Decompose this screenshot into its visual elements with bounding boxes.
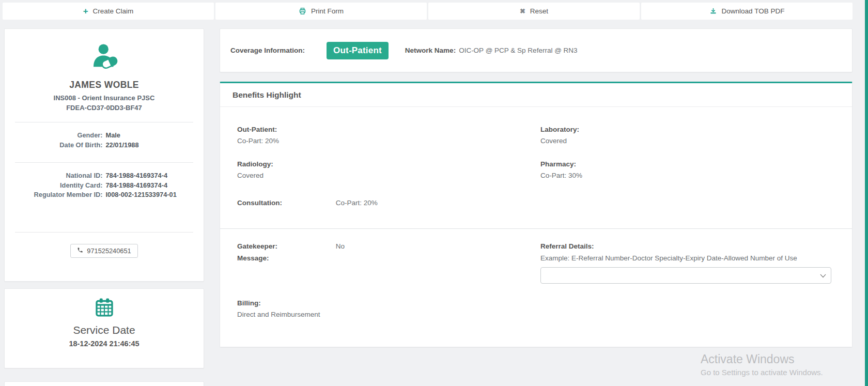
gatekeeper-value: No — [336, 242, 345, 250]
out-patient-value: Co-Part: 20% — [237, 137, 540, 145]
referral-details-section: Referral Details: Example: E-Referral Nu… — [540, 242, 852, 284]
watermark-title: Activate Windows — [701, 352, 823, 366]
download-icon — [709, 7, 717, 15]
patient-avatar-icon — [5, 42, 204, 73]
gatekeeper-message-section: Gatekeeper: No Message: — [237, 242, 540, 284]
benefits-highlight-title: Benefits Highlight — [220, 83, 852, 107]
divider — [15, 162, 193, 163]
toolbar: + Create Claim Print Form ✖ Reset Downlo… — [3, 3, 853, 20]
patient-phone-button[interactable]: 971525240651 — [70, 244, 137, 258]
referral-details-label: Referral Details: — [540, 242, 852, 250]
benefit-pharmacy: Pharmacy: Co-Part: 30% — [540, 160, 852, 179]
phone-icon — [77, 247, 83, 255]
print-form-button[interactable]: Print Form — [215, 3, 427, 20]
close-icon: ✖ — [520, 8, 525, 14]
service-date-value: 18-12-2024 21:46:45 — [5, 339, 204, 348]
patient-ids: National ID: 784-1988-4169374-4 Identity… — [5, 171, 204, 200]
laboratory-label: Laboratory: — [540, 126, 852, 133]
reset-button[interactable]: ✖ Reset — [428, 3, 640, 20]
radiology-value: Covered — [237, 172, 540, 179]
coverage-type-badge: Out-Patient — [327, 42, 389, 59]
laboratory-value: Covered — [540, 137, 852, 145]
service-date-card: Service Date 18-12-2024 21:46:45 — [4, 288, 204, 368]
patient-insurer: INS008 - Orient Insurance PJSC — [5, 94, 204, 102]
benefit-billing: Billing: Direct and Reimbursement — [237, 299, 852, 318]
benefit-radiology: Radiology: Covered — [237, 160, 540, 179]
benefits-highlight-card: Benefits Highlight Out-Patient: Co-Part:… — [220, 82, 853, 347]
benefit-consultation: Consultation: Co-Part: 20% — [237, 199, 852, 207]
billing-label: Billing: — [237, 299, 852, 307]
printer-icon — [299, 7, 306, 15]
create-claim-label: Create Claim — [93, 7, 134, 15]
right-edge-accent-strip — [865, 0, 868, 386]
patient-card: JAMES WOBLE INS008 - Orient Insurance PJ… — [4, 28, 204, 282]
out-patient-label: Out-Patient: — [237, 126, 540, 133]
message-label: Message: — [237, 254, 334, 262]
partial-card — [4, 381, 204, 386]
radiology-label: Radiology: — [237, 160, 540, 168]
national-id-value: 784-1988-4169374-4 — [104, 171, 204, 181]
coverage-information-card: Coverage Information: Out-Patient Networ… — [220, 28, 853, 72]
gender-value: Male — [104, 131, 204, 141]
patient-name: JAMES WOBLE — [5, 80, 204, 90]
regulator-member-id-label: Regulator Member ID: — [5, 190, 104, 200]
benefits-highlight-body: Out-Patient: Co-Part: 20% Laboratory: Co… — [220, 107, 852, 318]
benefit-out-patient: Out-Patient: Co-Part: 20% — [237, 126, 540, 145]
dob-value: 22/01/1988 — [104, 141, 204, 150]
benefit-message: Message: — [237, 254, 540, 262]
billing-value: Direct and Reimbursement — [237, 311, 852, 318]
dob-label: Date Of Birth: — [5, 141, 104, 150]
divider — [220, 228, 852, 229]
consultation-value: Co-Part: 20% — [336, 199, 378, 207]
download-tob-pdf-button[interactable]: Download TOB PDF — [641, 3, 853, 20]
patient-demographics: Gender: Male Date Of Birth: 22/01/1988 — [5, 131, 204, 150]
gatekeeper-label: Gatekeeper: — [237, 242, 334, 250]
patient-phone-number: 971525240651 — [87, 247, 131, 255]
patient-policy-id: FDEA-CD37-0DD3-BF47 — [5, 104, 204, 112]
watermark-subtitle: Go to Settings to activate Windows. — [701, 368, 823, 377]
create-claim-button[interactable]: + Create Claim — [3, 3, 214, 20]
identity-card-label: Identity Card: — [5, 181, 104, 191]
download-tob-pdf-label: Download TOB PDF — [722, 7, 785, 15]
coverage-information-label: Coverage Information: — [230, 47, 305, 54]
referral-example-text: Example: E-Referral Number-Doctor Specia… — [540, 254, 852, 262]
print-form-label: Print Form — [311, 7, 344, 15]
pharmacy-value: Co-Part: 30% — [540, 172, 852, 179]
network-name-value: OIC-OP @ PCP & Sp Referral @ RN3 — [459, 47, 577, 54]
divider — [15, 122, 193, 122]
benefit-laboratory: Laboratory: Covered — [540, 126, 852, 145]
divider — [15, 232, 193, 233]
service-date-title: Service Date — [5, 324, 204, 336]
activate-windows-watermark: Activate Windows Go to Settings to activ… — [701, 352, 823, 377]
pharmacy-label: Pharmacy: — [540, 160, 852, 168]
network-name-label: Network Name: — [405, 47, 456, 54]
regulator-member-id-value: I008-002-121533974-01 — [104, 190, 204, 200]
identity-card-value: 784-1988-4169374-4 — [104, 181, 204, 191]
gender-label: Gender: — [5, 131, 104, 141]
referral-details-select[interactable] — [540, 267, 831, 284]
reset-label: Reset — [530, 7, 548, 15]
calendar-icon — [5, 297, 204, 320]
national-id-label: National ID: — [5, 171, 104, 181]
plus-icon: + — [83, 7, 88, 16]
benefit-gatekeeper: Gatekeeper: No — [237, 242, 540, 250]
consultation-label: Consultation: — [237, 199, 334, 207]
